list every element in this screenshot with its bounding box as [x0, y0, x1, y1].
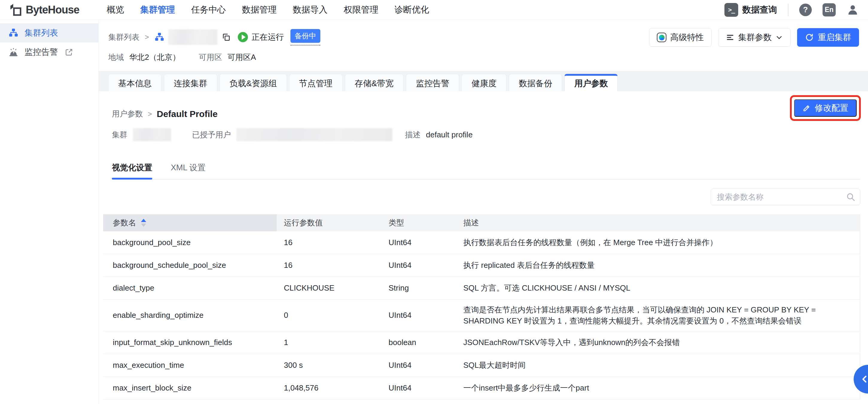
search-icon[interactable] — [846, 192, 856, 202]
tab-storage-bandwidth[interactable]: 存储&带宽 — [345, 74, 404, 91]
user-params-content: 用户参数 > Default Profile 集群 已授予用户 描述 defau… — [99, 109, 868, 400]
user-params-link[interactable]: 用户参数 — [112, 109, 143, 119]
param-name: background_schedule_pool_size — [103, 254, 277, 277]
user-avatar-icon[interactable] — [846, 4, 859, 16]
tab-node-management[interactable]: 节点管理 — [289, 74, 342, 91]
param-name: dialect_type — [103, 277, 277, 299]
nav-overview[interactable]: 概览 — [107, 4, 124, 16]
table-row: background_schedule_pool_size 16 UInt64 … — [103, 254, 860, 277]
column-header-running-value: 运行参数值 — [277, 214, 381, 231]
param-name: max_execution_time — [103, 354, 277, 376]
sidebar-item-label: 监控告警 — [25, 47, 58, 58]
running-status-label: 正在运行 — [252, 32, 284, 42]
param-value: 1,048,576 — [277, 377, 381, 399]
profile-breadcrumb: 用户参数 > Default Profile — [112, 109, 859, 119]
table-row: max_insert_block_size 1,048,576 UInt64 一… — [103, 377, 860, 400]
topbar-divider — [788, 4, 788, 16]
param-name: input_format_skip_unknown_fields — [103, 331, 277, 354]
cluster-tabs: 基本信息 连接集群 负载&资源组 节点管理 存储&带宽 监控告警 健康度 数据备… — [99, 71, 868, 91]
sidebar-item-label: 集群列表 — [25, 27, 58, 38]
data-query-label: 数据查询 — [742, 4, 777, 16]
nav-data-management[interactable]: 数据管理 — [242, 4, 277, 16]
gem-icon — [657, 33, 666, 42]
restart-cluster-label: 重启集群 — [818, 32, 851, 43]
granted-users-label: 已授予用户 — [192, 129, 231, 140]
cluster-label: 集群 — [112, 129, 127, 140]
param-desc: 执行数据表后台任务的线程数量（例如，在 Merge Tree 中进行合并操作） — [456, 231, 860, 254]
main-nav: 概览 集群管理 任务中心 数据管理 数据导入 权限管理 诊断优化 — [107, 4, 429, 16]
copy-icon[interactable] — [222, 33, 230, 41]
data-query-button[interactable]: >_ 数据查询 — [724, 3, 777, 17]
column-header-type: 类型 — [381, 214, 456, 231]
tab-load-resource-groups[interactable]: 负载&资源组 — [220, 74, 287, 91]
tab-user-params[interactable]: 用户参数 — [564, 74, 618, 91]
search-box — [711, 189, 860, 205]
breadcrumb-separator: > — [145, 33, 149, 41]
param-name: background_pool_size — [103, 231, 277, 254]
param-value: 16 — [277, 254, 381, 277]
cluster-name-redacted — [168, 29, 217, 45]
restart-cluster-button[interactable]: 重启集群 — [797, 28, 859, 47]
param-desc: SQL 方言。可选 CLICKHOUSE / ANSI / MYSQL — [456, 277, 860, 299]
bytehouse-logo[interactable]: ByteHouse — [9, 3, 79, 17]
profile-meta-row: 集群 已授予用户 描述 default profile — [112, 128, 859, 141]
cluster-actions: 高级特性 集群参数 重启集群 — [649, 28, 859, 47]
restart-icon — [805, 33, 814, 42]
param-type: UInt64 — [381, 254, 456, 277]
advanced-features-label: 高级特性 — [670, 32, 704, 43]
app-shell: 集群列表 监控告警 集群列表 > — [0, 20, 868, 404]
breadcrumb-separator: > — [148, 110, 152, 118]
tab-data-backup[interactable]: 数据备份 — [509, 74, 562, 91]
nav-permission-management[interactable]: 权限管理 — [344, 4, 378, 16]
param-desc: 一个insert中最多多少行生成一个part — [456, 377, 860, 399]
column-header-description: 描述 — [456, 214, 860, 231]
tab-basic-info[interactable]: 基本信息 — [108, 74, 161, 91]
search-input[interactable] — [711, 189, 860, 205]
zone-value: 可用区A — [227, 52, 256, 62]
tab-xml-settings[interactable]: XML 设置 — [171, 162, 206, 179]
param-type: String — [381, 277, 456, 299]
cluster-status: 正在运行 — [238, 32, 284, 42]
advanced-features-button[interactable]: 高级特性 — [649, 28, 712, 47]
language-toggle[interactable]: En — [823, 3, 836, 17]
param-desc: SQL最大超时时间 — [456, 354, 860, 376]
cluster-value-redacted — [133, 128, 171, 141]
sidebar-item-cluster-list[interactable]: 集群列表 — [0, 23, 98, 42]
tab-visual-settings[interactable]: 视觉化设置 — [112, 162, 152, 179]
cluster-info-row: 地域 华北2（北京） 可用区 可用区A — [108, 52, 868, 62]
table-row: input_format_skip_unknown_fields 1 boole… — [103, 331, 860, 354]
table-row: dialect_type CLICKHOUSE String SQL 方言。可选… — [103, 277, 860, 299]
table-row: background_pool_size 16 UInt64 执行数据表后台任务… — [103, 231, 860, 254]
region-label: 地域 — [108, 52, 124, 62]
param-desc: JSONEachRow/TSKV等导入中，遇到unknown的列会不会报错 — [456, 331, 860, 354]
param-type: UInt64 — [381, 231, 456, 254]
zone-label: 可用区 — [198, 52, 222, 62]
sidebar-item-monitor-alerts[interactable]: 监控告警 — [0, 42, 98, 62]
chevron-left-icon — [860, 374, 868, 384]
nav-cluster-management[interactable]: 集群管理 — [140, 4, 175, 16]
column-header-param-name[interactable]: 参数名 — [103, 214, 277, 231]
external-link-icon — [65, 48, 73, 57]
help-icon[interactable]: ? — [799, 4, 812, 16]
nav-diagnostic-optimization[interactable]: 诊断优化 — [395, 4, 429, 16]
breadcrumb-cluster-list-link[interactable]: 集群列表 — [108, 32, 140, 42]
tab-connect-cluster[interactable]: 连接集群 — [164, 74, 217, 91]
param-desc: 查询是否在节点内先计算出结果再联合多节点结果，当可以确保查询的 JOIN KEY… — [456, 299, 860, 331]
tab-monitor-alerts[interactable]: 监控告警 — [406, 74, 459, 91]
tab-health[interactable]: 健康度 — [462, 74, 506, 91]
granted-users-redacted — [236, 128, 393, 141]
pencil-icon — [803, 104, 811, 112]
logo-text: ByteHouse — [26, 4, 79, 16]
param-value: 16 — [277, 231, 381, 254]
nav-task-center[interactable]: 任务中心 — [191, 4, 226, 16]
region-info: 地域 华北2（北京） — [108, 52, 180, 62]
edit-config-button[interactable]: 修改配置 — [794, 99, 857, 117]
backup-badge-wrap[interactable]: 备份中 — [290, 29, 320, 46]
cluster-params-button[interactable]: 集群参数 — [718, 28, 790, 47]
table-row: enable_sharding_optimize 0 UInt64 查询是否在节… — [103, 299, 860, 331]
nav-data-import[interactable]: 数据导入 — [293, 4, 328, 16]
terminal-icon: >_ — [724, 3, 738, 17]
description-value: default profile — [426, 130, 473, 140]
param-type: boolean — [381, 331, 456, 354]
table-header: 参数名 运行参数值 类型 描述 — [103, 214, 860, 231]
